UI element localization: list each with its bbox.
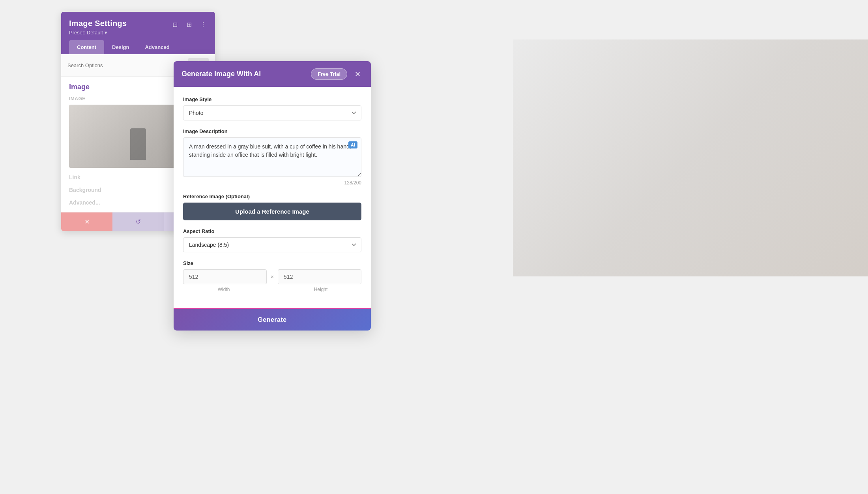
- modal-footer: Generate: [174, 308, 371, 331]
- char-count: 128/200: [183, 180, 361, 186]
- tab-advanced[interactable]: Advanced: [137, 40, 177, 54]
- textarea-wrapper: A man dressed in a gray blue suit, with …: [183, 137, 361, 178]
- size-labels: Width Height: [183, 287, 361, 292]
- preview-figure: [130, 128, 146, 160]
- modal-header: Generate Image With AI Free Trial ✕: [174, 61, 371, 87]
- reference-image-label: Reference Image (Optional): [183, 193, 361, 199]
- modal-close-button[interactable]: ✕: [352, 69, 363, 80]
- tab-design[interactable]: Design: [104, 40, 137, 54]
- generate-image-modal: Generate Image With AI Free Trial ✕ Imag…: [174, 61, 371, 331]
- undo-icon: ↺: [136, 218, 141, 225]
- more-icon[interactable]: ⋮: [198, 19, 209, 30]
- ai-badge: AI: [348, 141, 357, 148]
- width-input[interactable]: [183, 269, 267, 284]
- image-description-textarea[interactable]: A man dressed in a gray blue suit, with …: [183, 137, 361, 177]
- size-label-sep: [268, 287, 276, 292]
- aspect-ratio-label: Aspect Ratio: [183, 228, 361, 234]
- size-x-separator: ×: [271, 274, 274, 280]
- image-style-select[interactable]: Photo Illustration Digital Art Oil Paint…: [183, 105, 361, 120]
- height-input[interactable]: [278, 269, 361, 284]
- panel-header: ⊡ ⊞ ⋮ Image Settings Preset: Default ▾ C…: [61, 12, 215, 54]
- background-image-area: [513, 39, 868, 276]
- generate-button[interactable]: Generate: [174, 309, 371, 331]
- free-trial-badge[interactable]: Free Trial: [311, 68, 347, 80]
- image-style-group: Image Style Photo Illustration Digital A…: [183, 96, 361, 120]
- search-options-input[interactable]: [67, 62, 188, 68]
- cancel-icon: ✕: [84, 218, 90, 225]
- aspect-ratio-group: Aspect Ratio Landscape (8:5) Portrait (5…: [183, 228, 361, 252]
- size-group: Size × Width Height: [183, 260, 361, 292]
- panel-preset[interactable]: Preset: Default ▾: [69, 30, 207, 36]
- modal-header-right: Free Trial ✕: [311, 68, 363, 80]
- minimize-icon[interactable]: ⊡: [169, 19, 180, 30]
- height-label: Height: [280, 287, 361, 292]
- size-row: ×: [183, 269, 361, 284]
- panel-toolbar: ⊡ ⊞ ⋮: [169, 19, 209, 30]
- modal-title: Generate Image With AI: [181, 70, 261, 78]
- size-label: Size: [183, 260, 361, 266]
- image-description-group: Image Description A man dressed in a gra…: [183, 128, 361, 186]
- cancel-button[interactable]: ✕: [61, 212, 112, 231]
- undo-button[interactable]: ↺: [112, 212, 164, 231]
- columns-icon[interactable]: ⊞: [183, 19, 195, 30]
- aspect-ratio-select[interactable]: Landscape (8:5) Portrait (5:8) Square (1…: [183, 237, 361, 252]
- tab-content[interactable]: Content: [69, 40, 104, 54]
- image-description-label: Image Description: [183, 128, 361, 134]
- reference-image-group: Reference Image (Optional) Upload a Refe…: [183, 193, 361, 220]
- modal-body: Image Style Photo Illustration Digital A…: [174, 87, 371, 308]
- upload-reference-button[interactable]: Upload a Reference Image: [183, 203, 361, 220]
- panel-tabs: Content Design Advanced: [69, 40, 207, 54]
- image-style-label: Image Style: [183, 96, 361, 102]
- width-label: Width: [183, 287, 264, 292]
- preset-arrow-icon: ▾: [105, 30, 107, 36]
